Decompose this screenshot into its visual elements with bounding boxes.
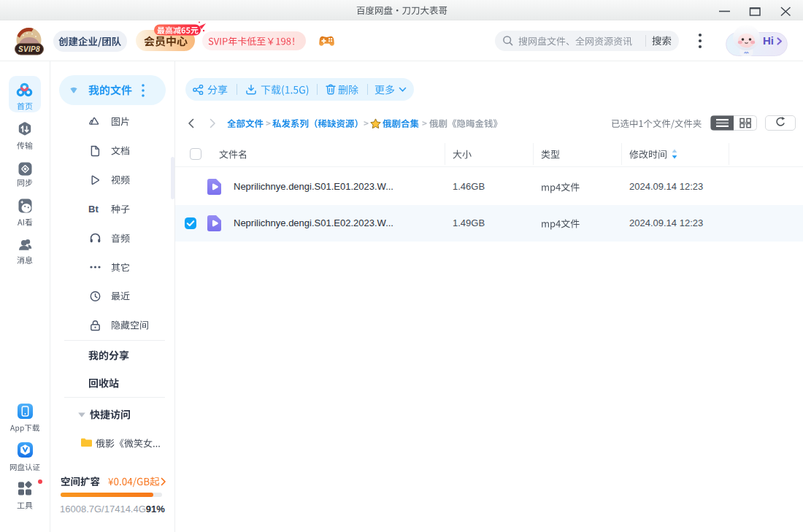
svg-text:SVIP8: SVIP8 [18, 45, 40, 53]
